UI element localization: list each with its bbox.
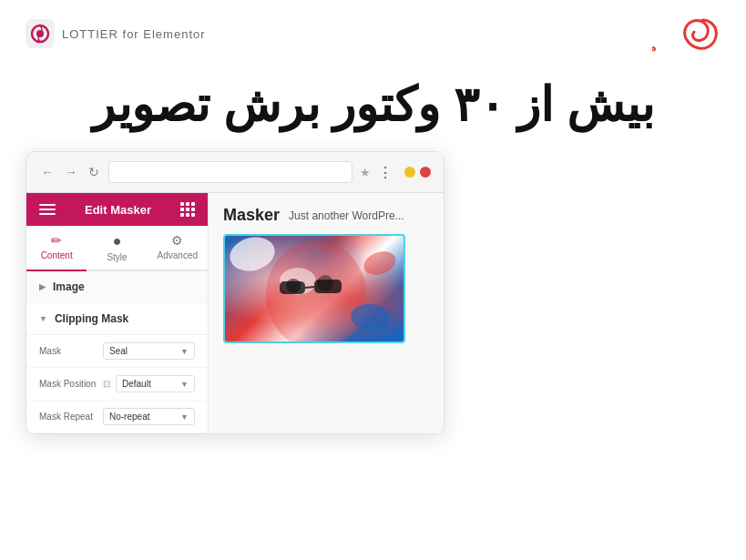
mask-position-row: Mask Position ⊡ Default ▼	[26, 368, 208, 401]
browser-chrome: ← → ↻ ★ ⋮	[26, 152, 444, 193]
editor-header: Edit Masker	[26, 193, 208, 226]
hamburger-menu-button[interactable]	[39, 204, 56, 215]
mask-row: Mask Seal ▼	[26, 335, 208, 368]
mask-repeat-row: Mask Repeat No-repeat ▼	[26, 401, 208, 433]
wp-site-title: Masker	[223, 206, 280, 225]
svg-rect-9	[314, 280, 342, 293]
minimize-dot[interactable]	[404, 167, 415, 178]
svg-rect-8	[280, 281, 305, 294]
svg-point-13	[361, 248, 399, 280]
traffic-lights	[404, 167, 431, 178]
face-image	[225, 236, 404, 341]
svg-point-11	[226, 236, 279, 276]
bookmark-icon[interactable]: ★	[360, 166, 371, 179]
tab-advanced-label: Advanced	[158, 250, 198, 260]
image-section-title: Image	[53, 280, 85, 293]
mask-repeat-value: No-repeat	[109, 412, 149, 422]
image-section-header[interactable]: ▶ Image	[26, 271, 208, 303]
main-area: ← → ↻ ★ ⋮ Edit M	[0, 151, 746, 434]
face-svg	[225, 236, 404, 341]
style-tab-icon: ●	[113, 233, 122, 249]
wp-tagline: Just another WordPre...	[289, 209, 404, 222]
mask-dropdown[interactable]: Seal ▼	[103, 342, 195, 360]
hamburger-line	[39, 209, 56, 210]
image-section-chevron: ▶	[39, 282, 46, 291]
top-bar: LOTTIER for Elementor مندون	[0, 0, 746, 67]
mask-repeat-label: Mask Repeat	[39, 412, 97, 422]
browser-menu-icon[interactable]: ⋮	[378, 164, 393, 181]
hamburger-line	[39, 213, 56, 215]
svg-text:مندون: مندون	[652, 39, 657, 55]
panel-body: Edit Masker	[26, 193, 444, 433]
forward-button[interactable]: →	[63, 165, 79, 179]
clipping-mask-chevron: ▼	[39, 314, 47, 323]
mask-position-label: Mask Position	[39, 379, 97, 389]
wp-preview: Masker Just another WordPre...	[209, 193, 444, 433]
address-bar[interactable]	[108, 161, 353, 183]
logo-area: LOTTIER for Elementor	[26, 19, 206, 48]
monitor-icon: ⊡	[103, 379, 110, 389]
svg-line-10	[305, 287, 314, 288]
tab-advanced[interactable]: ⚙ Advanced	[148, 226, 208, 271]
advanced-tab-icon: ⚙	[171, 233, 183, 248]
hamburger-line	[39, 204, 56, 206]
mask-label: Mask	[39, 346, 97, 356]
tab-content[interactable]: ✏ Content	[26, 226, 87, 271]
clipping-mask-section-content: Mask Seal ▼ Mask Position ⊡ Default ▼	[26, 335, 208, 433]
brand-logo: مندون	[652, 11, 720, 56]
content-tab-icon: ✏	[51, 233, 62, 248]
mask-repeat-dropdown-arrow: ▼	[180, 412, 189, 422]
clipping-mask-section-title: Clipping Mask	[55, 312, 128, 325]
tab-content-label: Content	[41, 250, 73, 260]
grid-view-button[interactable]	[180, 202, 195, 217]
mask-repeat-dropdown[interactable]: No-repeat ▼	[103, 408, 195, 425]
close-dot[interactable]	[420, 167, 431, 178]
browser-mockup: ← → ↻ ★ ⋮ Edit M	[26, 151, 445, 434]
mask-position-value: Default	[122, 379, 151, 389]
clipping-mask-section-header[interactable]: ▼ Clipping Mask	[26, 303, 208, 335]
mask-position-dropdown-arrow: ▼	[180, 380, 189, 389]
mask-position-dropdown[interactable]: Default ▼	[116, 375, 195, 392]
logo-text: LOTTIER for Elementor	[62, 27, 206, 41]
wp-header: Masker Just another WordPre...	[223, 206, 429, 225]
wp-image-container	[223, 234, 405, 343]
editor-panel: Edit Masker	[26, 193, 209, 433]
tab-style[interactable]: ● Style	[87, 226, 147, 271]
back-button[interactable]: ←	[39, 165, 56, 179]
tab-style-label: Style	[107, 252, 127, 262]
lottier-logo-icon	[26, 19, 55, 48]
mask-dropdown-arrow: ▼	[180, 347, 189, 356]
mask-value: Seal	[109, 346, 128, 356]
persian-heading: بیش از ۳۰ وکتور برش تصویر	[0, 67, 746, 151]
editor-tabs: ✏ Content ● Style ⚙ Advanced	[26, 226, 208, 271]
editor-panel-title: Edit Masker	[85, 203, 151, 217]
refresh-button[interactable]: ↻	[87, 165, 101, 179]
